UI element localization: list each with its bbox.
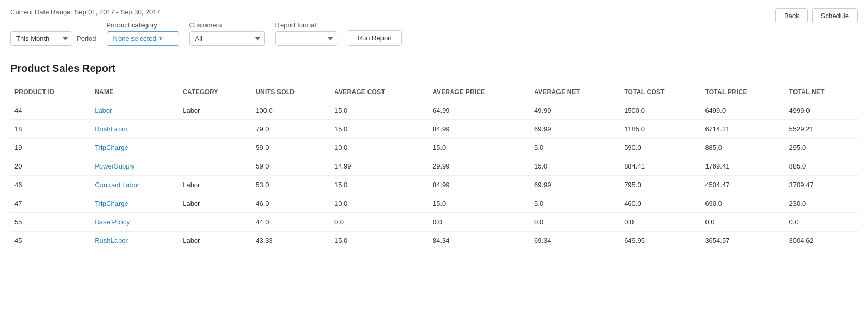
cell-avg-net: 0.0 — [530, 213, 620, 232]
table-row: 55 Base Policy 44.0 0.0 0.0 0.0 0.0 0.0 … — [10, 213, 858, 232]
cell-name: TripCharge — [91, 139, 179, 157]
col-total-cost: TOTAL COST — [620, 83, 701, 101]
cell-name: Base Policy — [91, 213, 179, 232]
cell-total-cost: 1500.0 — [620, 101, 701, 120]
cell-total-price: 0.0 — [701, 213, 785, 232]
cell-total-net: 3709.47 — [785, 176, 858, 194]
cell-total-cost: 884.41 — [620, 157, 701, 176]
cell-total-cost: 795.0 — [620, 176, 701, 194]
period-filter-group: This Month Last Month This Year Last Yea… — [10, 31, 72, 46]
table-row: 19 TripCharge 59.0 10.0 15.0 5.0 590.0 8… — [10, 139, 858, 157]
col-product-id: PRODUCT ID — [10, 83, 91, 101]
col-total-net: TOTAL NET — [785, 83, 858, 101]
col-units-sold: UNITS SOLD — [252, 83, 330, 101]
dropdown-caret-icon: ▾ — [159, 35, 163, 42]
cell-total-price: 6714.21 — [701, 120, 785, 139]
cell-avg-price: 0.0 — [429, 213, 530, 232]
cell-total-price: 885.0 — [701, 139, 785, 157]
cell-avg-price: 29.99 — [429, 157, 530, 176]
customers-label: Customers — [189, 21, 265, 29]
cell-total-net: 885.0 — [785, 157, 858, 176]
cell-product-id: 44 — [10, 101, 91, 120]
report-title: Product Sales Report — [10, 63, 858, 74]
cell-avg-cost: 14.99 — [330, 157, 429, 176]
cell-total-price: 4504.47 — [701, 176, 785, 194]
cell-avg-cost: 15.0 — [330, 176, 429, 194]
cell-total-cost: 649.95 — [620, 232, 701, 250]
cell-avg-cost: 10.0 — [330, 139, 429, 157]
cell-total-net: 295.0 — [785, 139, 858, 157]
cell-total-net: 4999.0 — [785, 101, 858, 120]
cell-total-cost: 460.0 — [620, 194, 701, 213]
cell-product-id: 20 — [10, 157, 91, 176]
cell-name: PowerSupply — [91, 157, 179, 176]
back-button[interactable]: Back — [775, 8, 808, 23]
report-format-select[interactable]: PDF CSV Excel — [275, 31, 337, 46]
schedule-button[interactable]: Schedule — [812, 8, 858, 23]
product-name-link[interactable]: TripCharge — [95, 144, 128, 151]
cell-name: Labor — [91, 101, 179, 120]
cell-total-price: 6499.0 — [701, 101, 785, 120]
product-name-link[interactable]: TripCharge — [95, 200, 128, 207]
cell-avg-cost: 15.0 — [330, 101, 429, 120]
cell-name: RushLabor — [91, 120, 179, 139]
period-label: Period — [77, 35, 96, 42]
cell-avg-price: 64.99 — [429, 101, 530, 120]
top-bar-right: Back Schedule — [775, 8, 858, 23]
table-row: 44 Labor Labor 100.0 15.0 64.99 49.99 15… — [10, 101, 858, 120]
cell-units-sold: 79.0 — [252, 120, 330, 139]
product-sales-table: PRODUCT ID NAME CATEGORY UNITS SOLD AVER… — [10, 83, 858, 250]
cell-product-id: 45 — [10, 232, 91, 250]
date-range-label: Current Date Range: Sep 01, 2017 - Sep 3… — [10, 8, 402, 16]
cell-total-net: 3004.62 — [785, 232, 858, 250]
cell-category: Labor — [179, 232, 252, 250]
cell-units-sold: 53.0 — [252, 176, 330, 194]
cell-total-net: 230.0 — [785, 194, 858, 213]
customers-filter-group: Customers All Specific Customer — [189, 21, 265, 46]
run-report-button[interactable]: Run Report — [348, 30, 402, 46]
customers-select[interactable]: All Specific Customer — [189, 31, 265, 46]
none-selected-text: None selected — [113, 35, 156, 42]
cell-category: Labor — [179, 194, 252, 213]
report-format-filter-group: Report format PDF CSV Excel — [275, 21, 337, 46]
cell-avg-price: 84.99 — [429, 176, 530, 194]
period-select[interactable]: This Month Last Month This Year Last Yea… — [10, 31, 72, 46]
cell-product-id: 47 — [10, 194, 91, 213]
cell-avg-net: 5.0 — [530, 194, 620, 213]
table-row: 20 PowerSupply 59.0 14.99 29.99 15.0 884… — [10, 157, 858, 176]
cell-avg-net: 49.99 — [530, 101, 620, 120]
cell-category — [179, 139, 252, 157]
product-name-link[interactable]: Base Policy — [95, 218, 130, 226]
col-average-price: AVERAGE PRICE — [429, 83, 530, 101]
cell-avg-cost: 15.0 — [330, 232, 429, 250]
product-category-dropdown[interactable]: None selected ▾ — [107, 31, 179, 46]
product-name-link[interactable]: Labor — [95, 106, 112, 114]
cell-avg-price: 15.0 — [429, 139, 530, 157]
cell-avg-net: 5.0 — [530, 139, 620, 157]
cell-units-sold: 59.0 — [252, 139, 330, 157]
cell-total-cost: 0.0 — [620, 213, 701, 232]
cell-units-sold: 100.0 — [252, 101, 330, 120]
report-section: Product Sales Report PRODUCT ID NAME CAT… — [0, 50, 868, 250]
product-name-link[interactable]: PowerSupply — [95, 162, 135, 170]
cell-product-id: 55 — [10, 213, 91, 232]
cell-avg-price: 15.0 — [429, 194, 530, 213]
report-format-label: Report format — [275, 21, 337, 29]
product-name-link[interactable]: Contract Labor — [95, 181, 139, 189]
cell-units-sold: 44.0 — [252, 213, 330, 232]
col-total-price: TOTAL PRICE — [701, 83, 785, 101]
product-category-filter-group: Product category None selected ▾ — [107, 21, 179, 46]
cell-total-cost: 590.0 — [620, 139, 701, 157]
cell-avg-cost: 0.0 — [330, 213, 429, 232]
cell-product-id: 18 — [10, 120, 91, 139]
table-row: 46 Contract Labor Labor 53.0 15.0 84.99 … — [10, 176, 858, 194]
product-name-link[interactable]: RushLabor — [95, 125, 128, 133]
cell-total-price: 1769.41 — [701, 157, 785, 176]
cell-units-sold: 43.33 — [252, 232, 330, 250]
cell-category: Labor — [179, 176, 252, 194]
cell-total-net: 0.0 — [785, 213, 858, 232]
table-row: 18 RushLabor 79.0 15.0 84.99 69.99 1185.… — [10, 120, 858, 139]
product-name-link[interactable]: RushLabor — [95, 237, 128, 245]
cell-avg-price: 84.99 — [429, 120, 530, 139]
cell-total-cost: 1185.0 — [620, 120, 701, 139]
